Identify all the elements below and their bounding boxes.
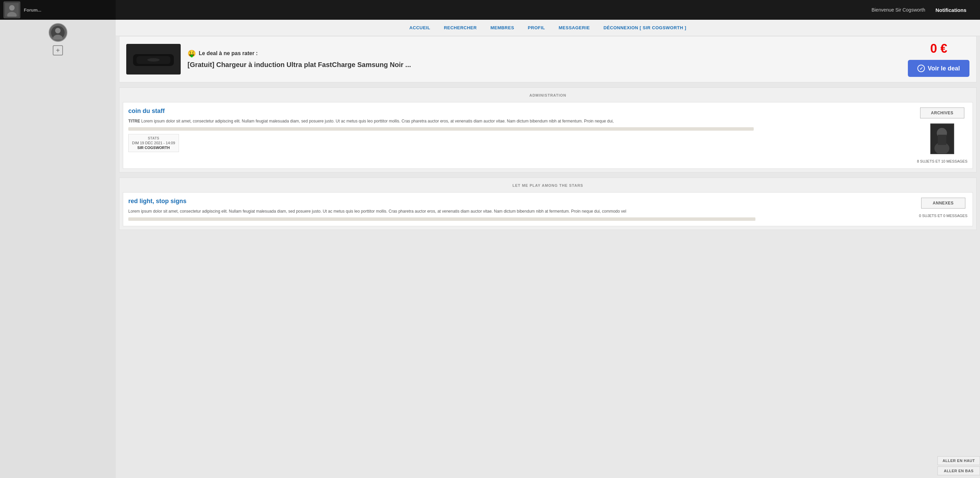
- deal-image: [126, 44, 181, 75]
- forum-desc-text-1: Lorem ipsum dolor sit amet, consectetur …: [140, 119, 614, 124]
- deal-button-label: Voir le deal: [928, 65, 960, 72]
- forum-desc-bold-1: TITRE: [128, 119, 140, 124]
- stats-user-1: SIR COGSWORTH: [132, 146, 175, 150]
- forum-desc-1: TITRE Lorem ipsum dolor sit amet, consec…: [128, 118, 910, 124]
- forum-card-main-2: red light, stop signs Lorem ipsum dolor …: [128, 198, 912, 221]
- section-let-me-play-title: LET ME PLAY AMONG THE STARS: [119, 181, 976, 192]
- deal-price-area: 0 € ✓ Voir le deal: [908, 41, 969, 77]
- forum-desc-2: Lorem ipsum dolor sit amet, consectetur …: [128, 208, 912, 215]
- forum-card-red-light: red light, stop signs Lorem ipsum dolor …: [123, 192, 973, 226]
- section-administration: ADMINISTRATION coin du staff TITRE Lorem…: [119, 87, 977, 173]
- topbar-left: Forum...: [0, 0, 116, 20]
- nav-accueil[interactable]: ACCUEIL: [409, 25, 430, 30]
- notifications-link[interactable]: Notifications: [935, 7, 966, 13]
- svg-point-8: [147, 58, 159, 62]
- section-let-me-play: LET ME PLAY AMONG THE STARS red light, s…: [119, 178, 977, 230]
- section-admin-title: ADMINISTRATION: [119, 91, 976, 102]
- topbar-right: Bienvenue Sir Cogsworth Notifications: [872, 7, 966, 13]
- svg-point-1: [9, 5, 14, 11]
- forum-stats-count-2: 0 SUJETS ET 0 MESSAGES: [919, 214, 967, 218]
- deal-title: [Gratuit] Chargeur à induction Ultra pla…: [188, 60, 901, 69]
- forum-stats-box-1: STATS DIM 19 DÉC 2021 - 14:09 SIR COGSWO…: [128, 134, 179, 152]
- forum-card-right-1: ARCHIVES 8 SUJETS ET 10 MESSAGES: [917, 108, 967, 163]
- forum-card-right-2: ANNEXES 0 SUJETS ET 0 MESSAGES: [919, 198, 967, 221]
- deal-emoji: 🤑: [188, 49, 196, 57]
- forum-avatar-1: [930, 124, 954, 154]
- deal-label-text: Le deal à ne pas rater :: [199, 50, 258, 57]
- forum-card-coin-du-staff: coin du staff TITRE Lorem ipsum dolor si…: [123, 102, 973, 169]
- sidebar: +: [0, 20, 116, 478]
- deal-text: 🤑 Le deal à ne pas rater : [Gratuit] Cha…: [188, 49, 901, 69]
- nav-profil[interactable]: PROFIL: [528, 25, 545, 30]
- forum-stats-count-1: 8 SUJETS ET 10 MESSAGES: [917, 159, 967, 163]
- sidebar-avatar-1[interactable]: [49, 23, 67, 42]
- sidebar-add-button[interactable]: +: [53, 45, 63, 56]
- go-to-top-button[interactable]: ALLER EN HAUT: [937, 456, 980, 465]
- deal-label: 🤑 Le deal à ne pas rater :: [188, 49, 901, 57]
- forum-blurred-1: [128, 127, 754, 131]
- check-icon: ✓: [917, 65, 925, 72]
- navbar: ACCUEIL RECHERCHER MEMBRES PROFIL MESSAG…: [116, 20, 980, 36]
- forum-blurred-2: [128, 218, 756, 221]
- nav-rechercher[interactable]: RECHERCHER: [444, 25, 477, 30]
- go-to-bottom-button[interactable]: ALLER EN BAS: [937, 467, 980, 475]
- forum-title-coin-du-staff[interactable]: coin du staff: [128, 108, 910, 115]
- archives-button-1[interactable]: ARCHIVES: [920, 108, 964, 118]
- archives-button-2[interactable]: ANNEXES: [921, 198, 966, 208]
- nav-messagerie[interactable]: MESSAGERIE: [559, 25, 590, 30]
- nav-deconnexion[interactable]: DÉCONNEXION [ SIR COGSWORTH ]: [603, 25, 686, 30]
- main-avatar[interactable]: [3, 2, 21, 18]
- deal-price: 0 €: [930, 41, 947, 56]
- welcome-text: Bienvenue Sir Cogsworth: [872, 7, 925, 13]
- forum-title-red-light[interactable]: red light, stop signs: [128, 198, 912, 205]
- svg-point-4: [55, 28, 60, 33]
- stats-date-1: DIM 19 DÉC 2021 - 14:09: [132, 141, 175, 145]
- deal-button[interactable]: ✓ Voir le deal: [908, 60, 969, 77]
- svg-rect-12: [938, 135, 946, 145]
- forum-card-main-1: coin du staff TITRE Lorem ipsum dolor si…: [128, 108, 910, 163]
- topbar: Forum... Bienvenue Sir Cogsworth Notific…: [0, 0, 980, 20]
- forum-desc-text-2: Lorem ipsum dolor sit amet, consectetur …: [128, 209, 626, 214]
- layout: + ACCUEIL RECHERCHER MEMBRES PROFIL MESS…: [0, 20, 980, 478]
- site-title: Forum...: [24, 8, 41, 13]
- main-content: ACCUEIL RECHERCHER MEMBRES PROFIL MESSAG…: [116, 20, 980, 478]
- stats-label-1: STATS: [132, 137, 175, 140]
- nav-membres[interactable]: MEMBRES: [490, 25, 514, 30]
- deal-banner: 🤑 Le deal à ne pas rater : [Gratuit] Cha…: [119, 36, 977, 83]
- bottom-buttons: ALLER EN HAUT ALLER EN BAS: [937, 456, 980, 478]
